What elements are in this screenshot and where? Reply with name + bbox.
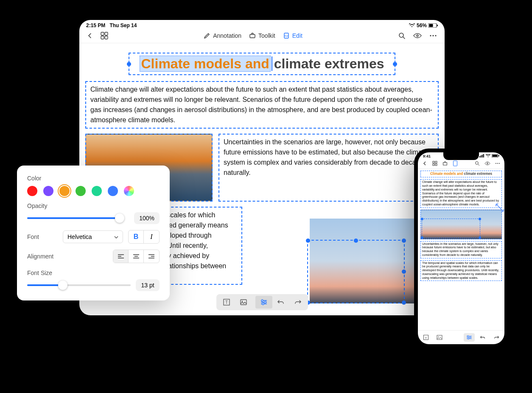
iphone-para3[interactable]: The temporal and spatial scales for whic… xyxy=(420,260,502,281)
svg-rect-23 xyxy=(481,155,482,157)
iphone-para1[interactable]: Climate change will alter expectations a… xyxy=(420,179,502,208)
svg-point-13 xyxy=(432,35,434,36)
selection-handle-left[interactable] xyxy=(127,62,131,66)
iphone-crop-selection[interactable] xyxy=(422,219,480,238)
page-title[interactable]: Climate models andclimate extremes xyxy=(140,56,384,71)
tab-toolkit[interactable]: Toolkit xyxy=(249,32,275,39)
swatch-orange[interactable] xyxy=(59,186,70,196)
align-center-button[interactable] xyxy=(129,250,144,263)
back-icon[interactable] xyxy=(87,33,93,39)
image-crop-selection[interactable] xyxy=(307,240,405,303)
swatch-green[interactable] xyxy=(76,186,86,196)
crop-handle[interactable] xyxy=(402,300,406,305)
iphone-time: 9:41 xyxy=(423,154,431,158)
paragraph-2[interactable]: Uncertainties in the scenarios are large… xyxy=(218,134,439,202)
selection-handle-right[interactable] xyxy=(393,62,397,66)
iphone-screen: 9:41 Climate models and climate extremes… xyxy=(418,152,504,344)
crop-handle[interactable] xyxy=(402,239,406,243)
svg-rect-24 xyxy=(482,155,483,158)
svg-point-21 xyxy=(262,303,264,305)
sliders-button[interactable] xyxy=(255,296,272,309)
swatch-color-picker[interactable] xyxy=(124,186,134,196)
color-label: Color xyxy=(27,175,58,182)
eye-icon[interactable] xyxy=(484,160,491,167)
text-mode-button[interactable]: T xyxy=(218,296,235,309)
status-date: Thu Sep 14 xyxy=(109,22,137,28)
tab-annotation[interactable]: Annotation xyxy=(204,32,241,39)
redo-button[interactable] xyxy=(491,333,502,342)
svg-point-39 xyxy=(499,163,500,164)
iphone-image[interactable] xyxy=(420,210,502,239)
svg-point-11 xyxy=(417,35,418,36)
svg-rect-7 xyxy=(250,34,255,38)
iphone-para2[interactable]: Uncertainties in the scenarios are large… xyxy=(420,241,502,258)
svg-rect-2 xyxy=(437,25,438,26)
align-right-button[interactable] xyxy=(144,250,159,263)
crop-handle[interactable] xyxy=(421,218,423,220)
svg-point-37 xyxy=(496,163,496,164)
crop-handle[interactable] xyxy=(479,236,481,239)
alignment-group xyxy=(113,250,160,263)
text-mode-button[interactable]: T xyxy=(420,333,431,342)
bold-button[interactable]: B xyxy=(129,230,144,243)
toolkit-icon[interactable] xyxy=(442,160,448,167)
svg-point-12 xyxy=(430,35,431,36)
crop-handle[interactable] xyxy=(354,239,358,243)
search-icon[interactable] xyxy=(398,32,406,39)
svg-point-46 xyxy=(468,338,469,340)
text-cursor xyxy=(272,56,272,71)
iphone-title[interactable]: Climate models and climate extremes xyxy=(420,171,502,177)
svg-rect-34 xyxy=(454,161,457,166)
swatch-red[interactable] xyxy=(27,186,37,196)
svg-rect-4 xyxy=(105,32,108,35)
svg-rect-33 xyxy=(443,163,447,165)
crop-handle[interactable] xyxy=(402,269,406,274)
align-left-button[interactable] xyxy=(113,250,129,263)
grid-icon[interactable] xyxy=(101,32,108,39)
grid-icon[interactable] xyxy=(431,160,438,167)
pdf-edit-icon[interactable] xyxy=(452,160,459,167)
swatch-violet[interactable] xyxy=(43,186,53,196)
more-icon[interactable] xyxy=(494,160,501,167)
svg-point-35 xyxy=(476,162,479,165)
format-panel: Color Opacity 100% Font Helvetica B I Al xyxy=(17,166,170,300)
wifi-icon xyxy=(486,154,490,158)
ipad-toolbar: Annotation Toolkit PDF Edit xyxy=(79,29,445,43)
swatch-blue[interactable] xyxy=(108,186,118,196)
svg-text:T: T xyxy=(425,336,427,340)
crop-handle[interactable] xyxy=(306,239,310,243)
tab-edit-label: Edit xyxy=(292,32,302,39)
iphone-document: Climate models and climate extremes Clim… xyxy=(418,169,504,330)
crop-handle[interactable] xyxy=(421,236,423,239)
bold-italic-group: B I xyxy=(128,230,160,244)
back-icon[interactable] xyxy=(421,160,428,167)
more-icon[interactable] xyxy=(429,34,437,37)
search-icon[interactable] xyxy=(474,160,481,167)
paragraph-1[interactable]: Climate change will alter expectations a… xyxy=(85,81,439,129)
swatch-teal[interactable] xyxy=(92,186,102,196)
tab-toolkit-label: Toolkit xyxy=(258,32,275,39)
opacity-label: Opacity xyxy=(27,202,47,209)
crop-handle[interactable] xyxy=(479,218,481,220)
svg-rect-1 xyxy=(429,24,433,27)
edit-mode-toolbar: T xyxy=(216,294,308,310)
undo-button[interactable] xyxy=(272,296,289,309)
title-selection-box[interactable]: Climate models andclimate extremes xyxy=(129,53,395,75)
svg-point-45 xyxy=(470,337,471,338)
undo-button[interactable] xyxy=(477,333,488,342)
image-mode-button[interactable] xyxy=(434,333,445,342)
iphone-device: 9:41 Climate models and climate extremes… xyxy=(414,149,508,348)
tab-edit[interactable]: PDF Edit xyxy=(283,32,302,39)
opacity-slider[interactable] xyxy=(27,214,129,222)
fontsize-slider[interactable] xyxy=(27,281,131,289)
font-select[interactable]: Helvetica xyxy=(63,230,123,243)
chevron-down-icon xyxy=(114,233,118,240)
italic-button[interactable]: I xyxy=(144,230,159,243)
svg-rect-27 xyxy=(493,155,498,157)
redo-button[interactable] xyxy=(289,296,306,309)
sliders-button[interactable] xyxy=(464,333,475,342)
eye-icon[interactable] xyxy=(413,33,422,39)
opacity-value: 100% xyxy=(134,212,160,224)
status-battery: 56% xyxy=(417,22,427,28)
image-mode-button[interactable] xyxy=(235,296,252,309)
